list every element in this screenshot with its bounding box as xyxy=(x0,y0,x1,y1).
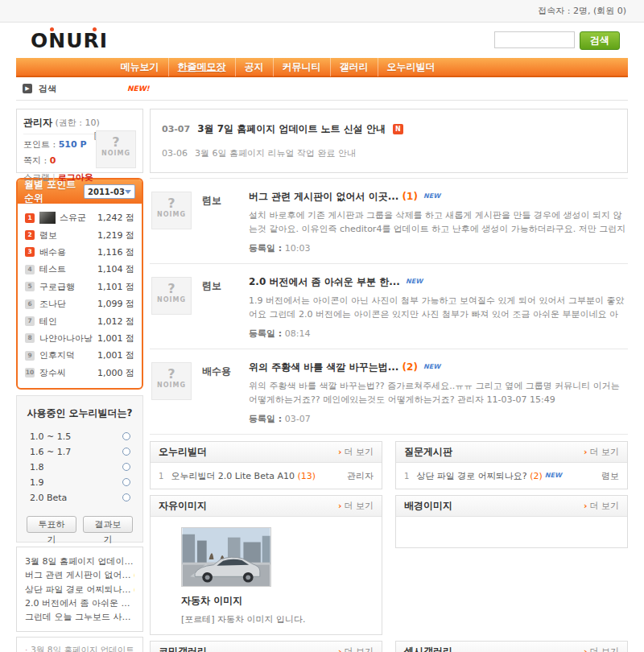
logo-dot xyxy=(50,27,54,31)
radio-button[interactable] xyxy=(122,448,130,456)
post-item: ? NOIMG 배수용 위의 주황색 바를 색깔 바꾸는법... (2) NEW… xyxy=(150,349,628,435)
board-row[interactable]: 1 오누리빌더 2.0 Lite Beta A10 (13) 관리자 xyxy=(151,463,382,489)
image-post-title[interactable]: 자동차 이미지 xyxy=(181,594,374,608)
month-select[interactable]: 2011-03 xyxy=(84,184,135,199)
post-body: 1.9 버전에서는 아이콘이 아닌 사진이 첨부 가능하고 보여질수 있게 되어… xyxy=(249,294,626,321)
mini-notice-box: ·3월 8일 홈페이지 업데이트 ·3월 7일 홈페이지 업데이트2 ·3월 7… xyxy=(16,637,143,652)
board-row[interactable]: 1 상단 파일 경로 어찌되나요? (2)NEW 렴보 xyxy=(396,463,627,489)
noimg-thumbnail[interactable]: ? NOIMG xyxy=(151,192,192,229)
poll-option: 2.0 Beta xyxy=(27,490,133,506)
board-bgimage: 배경이미지 ›더 보기 xyxy=(395,495,628,548)
rank-row[interactable]: 1 스유군 1,242 점 xyxy=(25,209,134,226)
list-item[interactable]: ·3월 8일 홈페이지 업데이트 xyxy=(25,644,134,652)
rank-row[interactable]: 7 테인 1,012 점 xyxy=(25,312,134,329)
post-author[interactable]: 렴보 xyxy=(202,190,246,254)
vote-button[interactable]: 투표하기 xyxy=(27,516,76,533)
poll-option: 1.9 xyxy=(27,475,133,490)
radio-button[interactable] xyxy=(122,478,130,486)
content-column: 03-07 3월 7일 홈페이지 업데이트 노트 신설 안내 N 03-06 3… xyxy=(150,109,628,652)
header: ONURI 검색 xyxy=(0,23,644,58)
rank-row[interactable]: 6 조나단 1,099 점 xyxy=(25,295,134,312)
post-title[interactable]: 버그 관련 게시판이 없어서 이곳... (1) NEW xyxy=(249,190,626,204)
board-comic: 코믹갤러리 ›더 보기 xyxy=(150,641,382,652)
rank-row[interactable]: 2 렴보 1,219 점 xyxy=(25,226,134,243)
post-date: 03-07 xyxy=(285,414,311,424)
more-link[interactable]: ›더 보기 xyxy=(338,646,374,652)
left-sidebar: 관리자 (권한 : 10) [정보수정] 포인트 : 510 P 쪽지 : 0 … xyxy=(16,109,143,652)
poll-option: 1.8 xyxy=(27,460,133,475)
memo-count: 0 xyxy=(50,155,56,166)
list-item[interactable]: 3월 8일 홈페이지 업데이… xyxy=(25,555,134,568)
site-logo[interactable]: ONURI xyxy=(31,29,108,52)
rank-row[interactable]: 9 인후지덕 1,001 점 xyxy=(25,347,134,364)
avatar xyxy=(39,212,56,224)
list-item[interactable]: 그런데 오늘 그누보드 사… xyxy=(25,610,134,624)
new-badge: NEW! xyxy=(127,85,150,93)
nav-item-menu[interactable]: 메뉴보기 xyxy=(112,57,168,76)
post-title[interactable]: 위의 주황색 바를 색깔 바꾸는법... (2) NEW xyxy=(249,361,626,374)
post-item: ? NOIMG 렴보 버그 관련 게시판이 없어서 이곳... (1) NEW … xyxy=(150,179,628,264)
noimg-thumbnail[interactable]: ? NOIMG xyxy=(151,362,192,400)
subnav-search-label[interactable]: 검색 xyxy=(39,83,56,95)
nav-item-memo[interactable]: 한줄메모장 xyxy=(168,57,235,76)
new-post-badge: N xyxy=(393,124,403,134)
board-onuri: 오누리빌더 ›더 보기 1 오누리빌더 2.0 Lite Beta A10 (1… xyxy=(150,441,382,489)
noimg-placeholder: ? NOIMG xyxy=(96,130,136,168)
rank-row[interactable]: 5 구로급행 1,101 점 xyxy=(25,279,134,295)
board-freeimage: 자유이미지 ›더 보기 xyxy=(150,495,382,635)
rank-row[interactable]: 10 장수씨 1,000 점 xyxy=(25,365,134,382)
nav-item-gallery[interactable]: 갤러리 xyxy=(330,57,378,76)
memo-label: 쪽지 : xyxy=(23,155,47,166)
admin-name: 관리자 xyxy=(23,117,52,128)
more-link[interactable]: ›더 보기 xyxy=(584,500,619,512)
post-author[interactable]: 렴보 xyxy=(202,275,246,340)
admin-permission: (권한 : 10) xyxy=(56,118,100,128)
admin-info-box: 관리자 (권한 : 10) [정보수정] 포인트 : 510 P 쪽지 : 0 … xyxy=(16,109,143,173)
board-title: 오누리빌더 xyxy=(159,445,338,459)
radio-button[interactable] xyxy=(122,493,130,501)
nav-item-builder[interactable]: 오누리빌더 xyxy=(378,57,444,76)
notice-row[interactable]: 03-07 3월 7일 홈페이지 업데이트 노트 신설 안내 N xyxy=(162,117,616,141)
poll-option: 1.6 ~ 1.7 xyxy=(27,444,133,460)
board-title: 섹시갤러리 xyxy=(404,645,584,652)
rank-row[interactable]: 8 나얀아나아낭 1,001 점 xyxy=(25,330,134,347)
post-author[interactable]: 배수용 xyxy=(202,361,246,425)
radio-button[interactable] xyxy=(122,432,130,440)
result-button[interactable]: 결과보기 xyxy=(83,516,133,533)
radio-button[interactable] xyxy=(122,463,130,471)
car-photo[interactable] xyxy=(181,527,271,587)
more-link[interactable]: ›더 보기 xyxy=(338,500,374,512)
search-button[interactable]: 검색 xyxy=(580,31,620,50)
notice-row[interactable]: 03-06 3월 6일 홈페이지 리뉴얼 작업 완료 안내 xyxy=(162,141,616,165)
more-link[interactable]: ›더 보기 xyxy=(584,646,619,652)
monthly-rank-box: 월별 포인트순위 2011-03 1 스유군 1,242 점 2 렴보 1,21… xyxy=(16,178,143,390)
nav-item-notice[interactable]: 공지 xyxy=(235,57,273,76)
nav-item-community[interactable]: 커뮤니티 xyxy=(273,57,330,76)
scrap-link[interactable]: 스크랩 xyxy=(23,172,50,183)
arrow-icon: ▶ xyxy=(23,84,32,93)
main-area: 관리자 (권한 : 10) [정보수정] 포인트 : 510 P 쪽지 : 0 … xyxy=(0,101,644,652)
post-title[interactable]: 2.0 버전에서 좀 아쉬운 부분 한... NEW xyxy=(249,275,626,289)
rank-row[interactable]: 4 테스트 1,104 점 xyxy=(25,261,134,278)
list-item[interactable]: 2.0 버전에서 좀 아쉬운 … xyxy=(25,596,134,610)
list-item[interactable]: 상단 파일 경로 어찌되나… (2) xyxy=(25,583,134,596)
more-link[interactable]: ›더 보기 xyxy=(584,446,619,458)
empty-board-body xyxy=(396,517,627,547)
logout-link[interactable]: 로그아웃 xyxy=(58,172,93,183)
subnav: ▶ 검색 NEW! xyxy=(16,77,628,101)
topbar: 접속자 : 2명, (회원 0) xyxy=(0,0,644,23)
board-grid: 오누리빌더 ›더 보기 1 오누리빌더 2.0 Lite Beta A10 (1… xyxy=(150,441,628,652)
rank-row[interactable]: 3 배수용 1,116 점 xyxy=(25,244,134,261)
board-title: 질문게시판 xyxy=(404,445,584,459)
chevron-down-icon xyxy=(125,190,131,194)
search-input[interactable] xyxy=(494,31,575,48)
more-link[interactable]: ›더 보기 xyxy=(338,446,374,458)
image-post: 자동차 이미지 [포르테] 자동차 이미지 입니다. xyxy=(151,517,382,634)
visitor-count: 접속자 : 2명, (회원 0) xyxy=(538,5,626,17)
notice-panel: 03-07 3월 7일 홈페이지 업데이트 노트 신설 안내 N 03-06 3… xyxy=(150,109,628,173)
noimg-thumbnail[interactable]: ? NOIMG xyxy=(151,277,192,315)
post-body: 위의 주황색 바를 색깔 바꾸는법?? 즘가르쳐주세요..ㅠㅠ 그리고 옆에 그… xyxy=(249,379,626,406)
point-value: 510 P xyxy=(59,139,87,150)
post-item: ? NOIMG 렴보 2.0 버전에서 좀 아쉬운 부분 한... NEW 1.… xyxy=(150,264,628,349)
list-item[interactable]: 버그 관련 게시판이 없어… (1) xyxy=(25,568,134,582)
